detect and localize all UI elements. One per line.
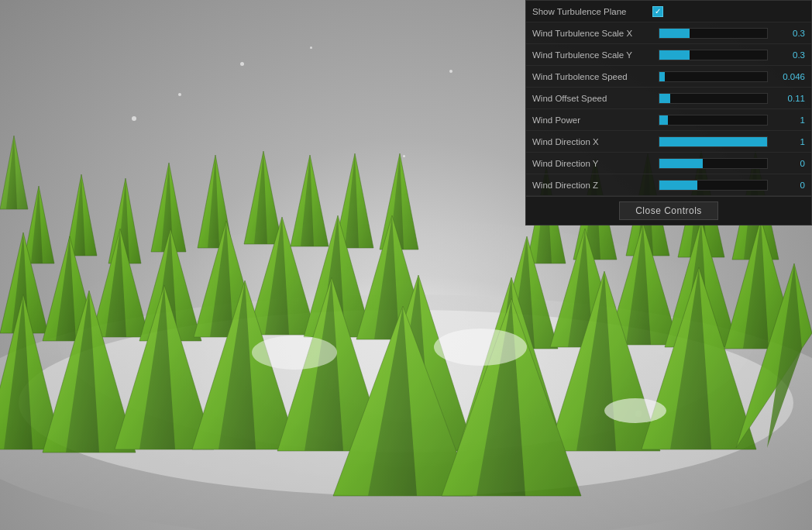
wind-direction-y-value: 0 <box>774 159 805 168</box>
wind-turbulence-scale-y-slider[interactable] <box>659 47 768 62</box>
wind-direction-z-row: Wind Direction Z 0 <box>526 174 811 196</box>
wind-power-row: Wind Power 1 <box>526 109 811 131</box>
wind-turbulence-scale-x-label: Wind Turbulence Scale X <box>532 29 652 38</box>
wind-direction-z-value: 0 <box>774 181 805 190</box>
wind-turbolence-speed-label: Wind Turbolence Speed <box>532 72 652 81</box>
close-controls-row: Close Controls <box>526 196 811 225</box>
svg-point-83 <box>434 329 527 366</box>
wind-turbulence-scale-y-row: Wind Turbulence Scale Y 0.3 <box>526 44 811 66</box>
wind-turbolence-speed-value: 0.046 <box>774 72 805 81</box>
close-controls-button[interactable]: Close Controls <box>619 201 718 220</box>
wind-turbulence-scale-y-fill <box>659 50 690 60</box>
wind-direction-x-label: Wind Direction X <box>532 137 652 146</box>
show-turbulence-plane-label: Show Turbulence Plane <box>532 7 652 16</box>
wind-turbolence-speed-slider[interactable] <box>659 69 768 84</box>
wind-direction-x-slider[interactable] <box>659 134 768 149</box>
wind-power-fill <box>659 115 668 125</box>
wind-turbulence-scale-y-label: Wind Turbulence Scale Y <box>532 50 652 60</box>
svg-point-84 <box>604 398 666 423</box>
wind-offset-speed-fill <box>659 94 670 103</box>
wind-turbulence-scale-y-value: 0.3 <box>774 50 805 60</box>
wind-direction-z-label: Wind Direction Z <box>532 181 652 190</box>
wind-direction-x-value: 1 <box>774 137 805 146</box>
wind-power-label: Wind Power <box>532 115 652 125</box>
wind-offset-speed-value: 0.11 <box>774 94 805 103</box>
wind-direction-y-slider[interactable] <box>659 156 768 170</box>
show-turbulence-plane-checkbox-wrap: ✓ <box>652 6 805 17</box>
wind-turbulence-scale-x-slider[interactable] <box>659 26 768 40</box>
show-turbulence-plane-row: Show Turbulence Plane ✓ <box>526 1 811 22</box>
wind-direction-z-fill <box>659 181 697 190</box>
wind-turbulence-scale-x-row: Wind Turbulence Scale X 0.3 <box>526 22 811 44</box>
wind-turbolence-speed-fill <box>659 72 665 81</box>
wind-direction-z-slider[interactable] <box>659 177 768 192</box>
wind-turbulence-scale-x-value: 0.3 <box>774 29 805 38</box>
wind-direction-y-row: Wind Direction Y 0 <box>526 153 811 174</box>
show-turbulence-plane-checkbox[interactable]: ✓ <box>652 6 663 17</box>
wind-offset-speed-label: Wind Offset Speed <box>532 94 652 103</box>
wind-offset-speed-slider[interactable] <box>659 91 768 105</box>
wind-direction-x-fill <box>659 137 767 146</box>
wind-power-value: 1 <box>774 115 805 125</box>
wind-offset-speed-row: Wind Offset Speed 0.11 <box>526 88 811 109</box>
wind-turbolence-speed-row: Wind Turbolence Speed 0.046 <box>526 66 811 88</box>
wind-power-slider[interactable] <box>659 112 768 127</box>
wind-direction-x-row: Wind Direction X 1 <box>526 131 811 153</box>
svg-point-82 <box>252 336 337 370</box>
wind-turbulence-scale-x-fill <box>659 29 690 38</box>
wind-direction-y-fill <box>659 159 703 168</box>
controls-panel: Show Turbulence Plane ✓ Wind Turbulence … <box>525 0 812 225</box>
wind-direction-y-label: Wind Direction Y <box>532 159 652 168</box>
